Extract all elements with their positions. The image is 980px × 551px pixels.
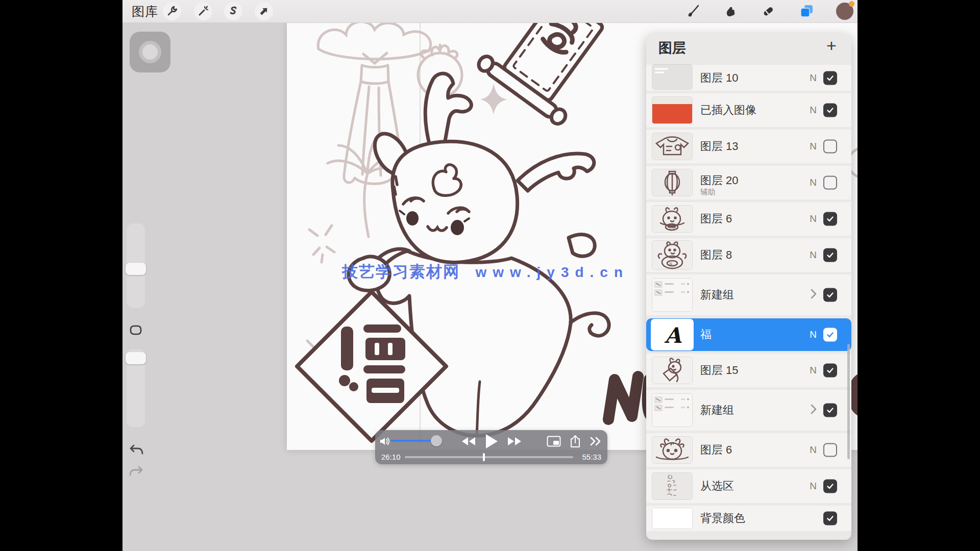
layer-group-row[interactable]: 新建组 [646,274,851,315]
layer-name: 新建组 [700,403,734,418]
adjustments-wand-icon[interactable] [194,2,212,20]
layer-thumbnail [652,133,692,160]
layer-row[interactable]: 图层 15N [646,354,851,387]
video-frame: 技艺学习素材网 www.jy3d.cn 图库 [0,0,980,551]
layer-name: 图层 8 [700,247,732,263]
pip-button[interactable] [545,433,562,449]
layer-visibility-checkbox[interactable] [823,404,837,417]
layer-thumbnail [652,508,692,529]
layer-row[interactable]: 背景颜色 [646,506,851,531]
layer-visibility-checkbox[interactable] [823,248,837,262]
progress-scrubber[interactable] [483,453,485,461]
blend-mode-badge[interactable]: N [810,213,817,224]
smudge-icon[interactable] [722,2,740,20]
brush-icon[interactable] [684,2,702,20]
rewind-button[interactable] [460,433,477,449]
layer-row[interactable]: A福N [646,318,851,351]
layer-row[interactable]: 图层 6N [646,433,851,467]
layer-visibility-checkbox[interactable] [823,288,837,302]
layer-row[interactable]: 图层 13N [646,130,851,163]
layers-panel-header: 图层 + [646,34,851,57]
brush-opacity-handle[interactable] [126,352,146,364]
layer-visibility-checkbox[interactable] [823,443,837,457]
actions-wrench-icon[interactable] [163,2,181,20]
layer-name: 新建组 [700,287,734,303]
layer-row[interactable]: 吉祥图层 6N [646,202,851,236]
layer-thumbnail [652,169,692,196]
layer-visibility-checkbox[interactable] [823,104,837,117]
blend-mode-badge[interactable]: N [810,72,817,84]
volume-knob[interactable] [431,435,442,446]
layer-thumbnail [652,437,692,463]
layer-thumbnail [652,65,692,89]
layers-icon[interactable] [797,2,816,20]
share-button[interactable] [567,433,584,449]
layer-list: 图层 10N已插入图像N图层 13N图层 20辅助N吉祥图层 6N福图层 8N新… [646,65,851,534]
layer-visibility-checkbox[interactable] [823,212,837,226]
selection-icon[interactable] [224,2,242,20]
group-expand-chevron-icon[interactable] [810,288,818,302]
layer-name: 背景颜色 [700,511,745,526]
layer-name: 福 [700,327,712,342]
svg-text:吉祥: 吉祥 [669,226,675,230]
layer-visibility-checkbox[interactable] [823,328,837,342]
layer-name: 图层 10 [700,70,739,86]
undo-button[interactable] [129,444,144,456]
layer-visibility-checkbox[interactable] [823,71,837,85]
layer-row[interactable]: 图层 20辅助N [646,166,851,199]
more-controls-button[interactable] [587,433,604,449]
play-button[interactable] [483,433,500,449]
layer-thumbnail: 吉祥 [652,206,692,232]
group-expand-chevron-icon[interactable] [810,404,818,417]
progress-bar[interactable] [405,456,573,458]
color-swatch[interactable] [836,3,853,20]
layer-name: 图层 6 [700,442,732,458]
layer-name: 图层 13 [700,139,739,154]
blend-mode-badge[interactable]: N [810,249,817,261]
layer-visibility-checkbox[interactable] [823,364,837,378]
layer-row[interactable]: 从选区N [646,469,851,503]
letterbox-right [857,0,980,551]
duration: 55:33 [582,453,601,461]
layer-visibility-checkbox[interactable] [823,512,837,525]
gallery-button[interactable]: 图库 [132,0,158,22]
top-toolbar: 图库 [122,0,857,23]
brush-size-handle[interactable] [126,263,146,275]
record-ring-icon [139,41,161,63]
layer-thumbnail [652,97,692,123]
svg-text:A: A [664,323,682,348]
svg-text:福: 福 [669,262,672,266]
redo-button[interactable] [129,465,144,478]
layer-thumbnail [652,473,692,499]
modify-button[interactable] [129,323,142,337]
add-layer-button[interactable]: + [823,37,840,54]
fast-forward-button[interactable] [506,433,523,449]
watermark-site-name: 技艺学习素材网 [342,263,460,281]
panel-scrollbar[interactable] [847,344,850,459]
layer-group-row[interactable]: 新建组 [646,390,851,431]
layer-name: 图层 6 [700,211,732,227]
layer-row[interactable]: 图层 10N [646,65,851,91]
letterbox-left [0,0,122,551]
blend-mode-badge[interactable]: N [810,177,817,188]
eraser-icon[interactable] [759,2,777,20]
layer-visibility-checkbox[interactable] [823,480,837,493]
blend-mode-badge[interactable]: N [810,105,817,116]
blend-mode-badge[interactable]: N [810,365,817,376]
floating-record-widget[interactable] [130,32,170,72]
layer-row[interactable]: 已插入图像N [646,93,851,127]
blend-mode-badge[interactable]: N [810,329,817,340]
layer-row[interactable]: 福图层 8N [646,238,851,272]
blend-mode-badge[interactable]: N [810,141,817,152]
blend-mode-badge[interactable]: N [810,481,817,492]
layers-panel: 图层 + 图层 10N已插入图像N图层 13N图层 20辅助N吉祥图层 6N福图… [646,34,851,540]
layer-thumbnail: 福 [652,241,692,269]
layer-visibility-checkbox[interactable] [823,140,837,154]
blend-mode-badge[interactable]: N [810,444,817,456]
transform-arrow-icon[interactable] [255,2,273,20]
watermark-url: www.jy3d.cn [475,264,629,280]
layer-thumbnail [652,357,692,384]
layers-panel-title: 图层 [658,39,686,57]
volume-slider[interactable] [390,440,440,442]
layer-visibility-checkbox[interactable] [823,176,837,190]
